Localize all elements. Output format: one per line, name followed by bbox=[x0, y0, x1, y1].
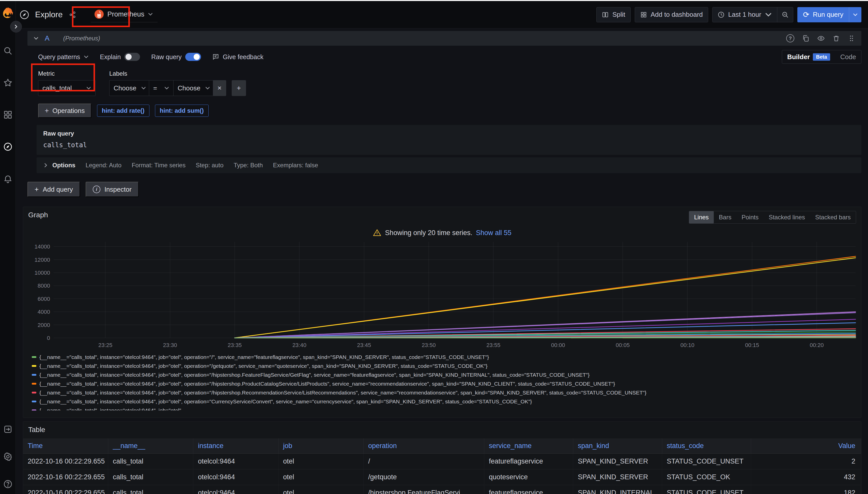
graph-panel-title: Graph bbox=[28, 211, 48, 219]
run-query-dropdown[interactable] bbox=[849, 7, 862, 22]
inspector-button[interactable]: i Inspector bbox=[86, 182, 139, 197]
table-cell: STATUS_CODE_UNSET bbox=[662, 454, 751, 469]
legend-item[interactable]: {__name__="calls_total", instance="otelc… bbox=[32, 406, 856, 411]
y-tick-label: 12000 bbox=[35, 256, 50, 263]
legend-item[interactable]: {__name__="calls_total", instance="otelc… bbox=[32, 361, 856, 370]
navbar: Explore Prometheus Split bbox=[16, 1, 868, 28]
table-header-Value[interactable]: Value bbox=[751, 438, 861, 454]
query-hint-button-0[interactable]: hint: add rate() bbox=[97, 104, 149, 117]
x-tick-label: 23:45 bbox=[357, 342, 371, 348]
search-icon[interactable] bbox=[2, 45, 13, 56]
graph-mode-stacked-bars[interactable]: Stacked bars bbox=[810, 211, 856, 223]
y-tick-label: 2000 bbox=[38, 322, 50, 328]
raw-query-toggle[interactable] bbox=[185, 53, 201, 61]
table-cell: otel bbox=[278, 469, 364, 485]
share-icon[interactable] bbox=[69, 11, 76, 19]
option-summary-item: Exemplars: false bbox=[273, 162, 318, 169]
label-name-select[interactable]: Choose bbox=[109, 80, 149, 96]
chevron-right-icon bbox=[43, 163, 48, 168]
settings-gear-icon[interactable] bbox=[2, 451, 13, 462]
options-summary: Legend: AutoFormat: Time seriesStep: aut… bbox=[86, 162, 318, 169]
legend-label: {__name__="calls_total", instance="otelc… bbox=[39, 399, 532, 405]
time-zoom-out-button[interactable] bbox=[777, 7, 793, 22]
table-header-name[interactable]: __name__ bbox=[108, 438, 193, 454]
legend-item[interactable]: {__name__="calls_total", instance="otelc… bbox=[32, 379, 856, 388]
query-patterns-dropdown[interactable]: Query patterns bbox=[38, 53, 89, 61]
legend-item[interactable]: {__name__="calls_total", instance="otelc… bbox=[32, 370, 856, 379]
table-header-servicename[interactable]: service_name bbox=[484, 438, 573, 454]
x-tick-label: 23:40 bbox=[292, 342, 306, 348]
table-cell: SPAN_KIND_INTERNAL bbox=[573, 485, 662, 494]
warning-triangle-icon bbox=[373, 228, 381, 237]
query-help-icon[interactable]: ? bbox=[786, 34, 794, 42]
time-range-picker[interactable]: Last 1 hour bbox=[712, 7, 777, 22]
y-tick-label: 6000 bbox=[38, 296, 50, 302]
table-header-Time[interactable]: Time bbox=[23, 438, 108, 454]
help-icon[interactable] bbox=[2, 479, 13, 490]
time-range-group: Last 1 hour bbox=[712, 7, 793, 22]
feedback-comment-icon bbox=[212, 53, 219, 60]
legend-item[interactable]: {__name__="calls_total", instance="otelc… bbox=[32, 388, 856, 397]
table-header-spankind[interactable]: span_kind bbox=[573, 438, 662, 454]
table-cell: calls_total bbox=[108, 485, 193, 494]
time-series-chart: 0200040006000800010000120001400023:2523:… bbox=[28, 240, 856, 351]
table-cell: 2022-10-16 00:22:29.655 bbox=[23, 454, 108, 469]
drag-handle-icon[interactable] bbox=[848, 35, 855, 42]
x-tick-label: 00:05 bbox=[616, 342, 630, 348]
alerting-bell-icon[interactable] bbox=[2, 173, 13, 184]
table-header-instance[interactable]: instance bbox=[193, 438, 278, 454]
x-tick-label: 23:50 bbox=[422, 342, 436, 348]
split-button[interactable]: Split bbox=[596, 7, 631, 22]
graph-mode-lines[interactable]: Lines bbox=[689, 211, 714, 223]
legend-swatch bbox=[32, 410, 36, 411]
y-tick-label: 0 bbox=[47, 335, 50, 341]
graph-mode-points[interactable]: Points bbox=[736, 211, 763, 223]
table-header-operation[interactable]: operation bbox=[364, 438, 484, 454]
add-query-button[interactable]: + Add query bbox=[28, 182, 80, 197]
query-ref-id: A bbox=[45, 34, 50, 42]
datasource-picker[interactable]: Prometheus bbox=[91, 7, 158, 22]
label-value-select[interactable]: Choose bbox=[173, 80, 213, 96]
label-operator-select[interactable]: = bbox=[149, 80, 173, 96]
table-cell: otel bbox=[278, 485, 364, 494]
raw-query-toggle-group: Raw query bbox=[151, 53, 201, 61]
remove-label-filter-button[interactable]: × bbox=[213, 80, 226, 96]
add-operation-button[interactable]: + Operations bbox=[38, 103, 91, 118]
graph-mode-stacked-lines[interactable]: Stacked lines bbox=[763, 211, 810, 223]
graph-legend: {__name__="calls_total", instance="otelc… bbox=[28, 353, 856, 411]
query-hint-button-1[interactable]: hint: add sum() bbox=[155, 104, 209, 117]
explain-toggle[interactable] bbox=[124, 53, 140, 61]
run-query-button[interactable]: ⟳ Run query bbox=[797, 7, 862, 22]
query-collapse-chevron-icon[interactable] bbox=[34, 36, 39, 41]
chevron-down-icon bbox=[86, 86, 91, 91]
chevron-down-icon bbox=[853, 12, 858, 17]
add-to-dashboard-button[interactable]: Add to dashboard bbox=[635, 7, 708, 22]
starred-icon[interactable] bbox=[2, 77, 13, 88]
sign-in-icon[interactable] bbox=[2, 424, 13, 435]
legend-item[interactable]: {__name__="calls_total", instance="otelc… bbox=[32, 397, 856, 406]
grafana-logo[interactable] bbox=[2, 6, 14, 19]
table-cell: STATUS_CODE_UNSET bbox=[662, 485, 751, 494]
legend-label: {__name__="calls_total", instance="otelc… bbox=[39, 390, 647, 396]
legend-item[interactable]: {__name__="calls_total", instance="otelc… bbox=[32, 353, 856, 361]
metric-select[interactable]: calls_total bbox=[38, 80, 95, 96]
table-header-statuscode[interactable]: status_code bbox=[662, 438, 751, 454]
options-expander[interactable]: Options bbox=[43, 162, 75, 169]
remove-query-trash-icon[interactable] bbox=[832, 35, 840, 42]
table-cell: 2022-10-16 00:22:29.655 bbox=[23, 485, 108, 494]
graph-mode-bars[interactable]: Bars bbox=[714, 211, 736, 223]
show-all-series-link[interactable]: Show all 55 bbox=[476, 229, 511, 237]
sidebar-expand-chevron-icon[interactable] bbox=[10, 21, 22, 33]
builder-mode-button[interactable]: Builder Beta bbox=[782, 50, 835, 63]
query-row-header: A (Prometheus) ? bbox=[28, 31, 862, 46]
hide-response-eye-icon[interactable] bbox=[817, 35, 825, 42]
duplicate-query-icon[interactable] bbox=[802, 35, 810, 42]
legend-label: {__name__="calls_total", instance="otelc… bbox=[39, 363, 487, 369]
explore-icon[interactable] bbox=[2, 141, 13, 152]
code-mode-button[interactable]: Code bbox=[835, 50, 861, 63]
table-header-job[interactable]: job bbox=[278, 438, 364, 454]
option-summary-item: Legend: Auto bbox=[86, 162, 122, 169]
dashboards-icon[interactable] bbox=[2, 109, 13, 120]
add-label-filter-button[interactable]: + bbox=[232, 80, 246, 96]
give-feedback-link[interactable]: Give feedback bbox=[212, 53, 264, 61]
